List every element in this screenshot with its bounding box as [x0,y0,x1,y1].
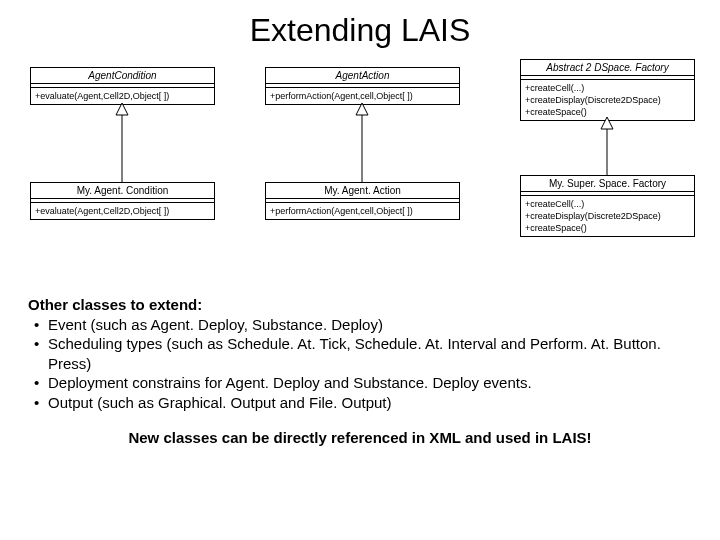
list-item: Scheduling types (such as Schedule. At. … [32,334,692,373]
list-item: Deployment constrains for Agent. Deploy … [32,373,692,393]
uml-methods: +createCell(...) +createDisplay(Discrete… [521,80,694,120]
uml-methods: +performAction(Agent,cell,Object[ ]) [266,203,459,219]
uml-class-name: My. Agent. Action [266,183,459,199]
uml-my-space-factory: My. Super. Space. Factory +createCell(..… [520,175,695,237]
uml-agent-action: AgentAction +performAction(Agent,cell,Ob… [265,67,460,105]
body-text: Other classes to extend: Event (such as … [0,287,720,448]
list-item: Event (such as Agent. Deploy, Substance.… [32,315,692,335]
uml-agent-condition: AgentCondition +evaluate(Agent,Cell2D,Ob… [30,67,215,105]
uml-class-name: Abstract 2 DSpace. Factory [521,60,694,76]
uml-class-name: AgentCondition [31,68,214,84]
uml-class-name: AgentAction [266,68,459,84]
list-item: Output (such as Graphical. Output and Fi… [32,393,692,413]
uml-methods: +createCell(...) +createDisplay(Discrete… [521,196,694,236]
uml-my-agent-action: My. Agent. Action +performAction(Agent,c… [265,182,460,220]
bullet-list: Event (such as Agent. Deploy, Substance.… [28,315,692,413]
uml-abstract-factory: Abstract 2 DSpace. Factory +createCell(.… [520,59,695,121]
section-heading: Other classes to extend: [28,295,692,315]
uml-diagram: AgentCondition +evaluate(Agent,Cell2D,Ob… [0,57,720,287]
uml-methods: +evaluate(Agent,Cell2D,Object[ ]) [31,88,214,104]
uml-my-agent-condition: My. Agent. Condition +evaluate(Agent,Cel… [30,182,215,220]
uml-methods: +evaluate(Agent,Cell2D,Object[ ]) [31,203,214,219]
footer-note: New classes can be directly referenced i… [28,412,692,448]
uml-class-name: My. Agent. Condition [31,183,214,199]
uml-class-name: My. Super. Space. Factory [521,176,694,192]
uml-methods: +performAction(Agent,cell,Object[ ]) [266,88,459,104]
slide-title: Extending LAIS [0,0,720,57]
